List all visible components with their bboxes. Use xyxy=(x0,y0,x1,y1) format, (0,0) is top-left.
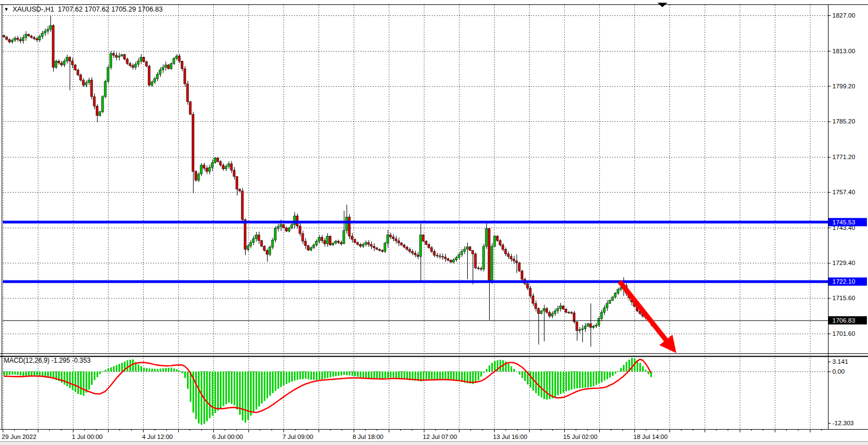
candle-bearish xyxy=(239,189,241,191)
candle-bullish xyxy=(104,81,106,97)
candle-bullish xyxy=(491,246,493,280)
time-axis-label: 15 Jul 02:00 xyxy=(563,433,598,440)
candle-bearish xyxy=(93,97,95,106)
candle-bullish xyxy=(334,241,337,243)
candle-bullish xyxy=(173,59,175,64)
candle-bullish xyxy=(99,112,101,116)
candle-bearish xyxy=(143,57,145,61)
candle-bearish xyxy=(507,254,509,257)
candle-bearish xyxy=(340,243,342,244)
candle-bearish xyxy=(5,37,8,40)
candle-bearish xyxy=(406,247,408,249)
candle-bearish xyxy=(513,259,515,261)
candle-bearish xyxy=(436,255,438,256)
candle-bearish xyxy=(112,53,115,55)
candle-bearish xyxy=(518,263,520,271)
candle-bearish xyxy=(425,241,427,245)
candle-bearish xyxy=(526,284,529,288)
candle-bearish xyxy=(189,102,191,114)
candle-bullish xyxy=(557,308,559,311)
candle-bullish xyxy=(22,37,24,41)
candle-bearish xyxy=(321,238,323,241)
candle-bearish xyxy=(411,251,413,253)
candle-bearish xyxy=(499,240,501,245)
candle-bullish xyxy=(387,235,389,243)
candle-bearish xyxy=(184,69,186,84)
time-axis-label: 18 Jul 14:00 xyxy=(633,433,668,440)
candle-bearish xyxy=(71,61,73,65)
candle-bullish xyxy=(63,61,65,65)
candle-bearish xyxy=(447,258,449,260)
candle-bullish xyxy=(121,55,123,56)
candle-bullish xyxy=(55,61,57,67)
candle-bearish xyxy=(515,261,518,262)
price-badge-label: 1745.53 xyxy=(832,219,855,226)
candle-bearish xyxy=(502,245,504,250)
candle-bearish xyxy=(96,106,98,115)
macd-axis-label: 0.00 xyxy=(832,368,844,375)
candle-bearish xyxy=(123,55,126,59)
candle-bearish xyxy=(16,38,19,40)
candle-bearish xyxy=(219,161,222,165)
candle-bullish xyxy=(318,238,320,241)
candle-bearish xyxy=(260,240,263,246)
candle-bullish xyxy=(288,228,290,231)
candle-bullish xyxy=(551,313,553,316)
candle-bearish xyxy=(428,244,430,247)
candle-bearish xyxy=(568,312,570,313)
candle-bearish xyxy=(521,271,523,279)
candle-bearish xyxy=(529,288,531,296)
chart-window: 1827.001813.001799.201785.201771.201757.… xyxy=(0,0,868,445)
candle-bearish xyxy=(535,303,537,308)
candle-bearish xyxy=(307,246,309,250)
chart-canvas[interactable]: 1827.001813.001799.201785.201771.201757.… xyxy=(0,0,868,445)
candle-bearish xyxy=(178,56,180,61)
candle-bullish xyxy=(291,225,293,228)
candle-bullish xyxy=(200,165,202,174)
candle-bearish xyxy=(480,268,482,269)
candle-bearish xyxy=(496,236,498,240)
candle-bullish xyxy=(466,247,468,249)
candle-bullish xyxy=(458,255,460,258)
candle-bullish xyxy=(578,330,581,331)
candle-bearish xyxy=(233,170,235,177)
candle-bullish xyxy=(540,311,542,314)
candle-bearish xyxy=(562,306,564,309)
candle-bearish xyxy=(145,61,147,66)
candle-bearish xyxy=(477,268,479,268)
price-axis-label: 1799.20 xyxy=(832,83,855,89)
candle-bullish xyxy=(47,29,49,31)
candle-bearish xyxy=(222,165,224,169)
candle-bearish xyxy=(82,80,84,85)
candle-bullish xyxy=(587,324,589,326)
candle-bearish xyxy=(359,244,361,246)
candle-bearish xyxy=(548,312,551,316)
candle-bullish xyxy=(452,260,455,262)
bottom-strip xyxy=(0,441,868,445)
candle-bullish xyxy=(274,229,276,240)
time-axis-label: 4 Jul 12:00 xyxy=(142,433,173,440)
candle-bullish xyxy=(313,245,315,248)
price-badge-label: 1706.83 xyxy=(832,317,855,324)
candle-bullish xyxy=(277,227,279,229)
price-axis-label: 1771.20 xyxy=(832,154,855,160)
candle-bearish xyxy=(192,114,194,171)
candle-bullish xyxy=(461,251,463,255)
candle-bearish xyxy=(126,59,128,64)
candle-bullish xyxy=(249,243,252,246)
candle-bullish xyxy=(159,70,161,74)
candle-bullish xyxy=(543,308,545,311)
candle-bearish xyxy=(115,55,117,57)
symbol-dropdown-icon[interactable]: ▼ xyxy=(4,7,9,12)
candle-bearish xyxy=(351,236,353,239)
candle-bearish xyxy=(60,63,63,65)
candle-bullish xyxy=(384,243,386,251)
candle-bearish xyxy=(389,235,392,236)
candle-bullish xyxy=(252,239,254,243)
candle-bearish xyxy=(266,250,268,254)
candle-bearish xyxy=(244,219,246,249)
candle-bearish xyxy=(398,241,400,243)
candle-bullish xyxy=(617,290,619,294)
candle-bullish xyxy=(455,258,457,260)
candle-bullish xyxy=(154,79,156,82)
